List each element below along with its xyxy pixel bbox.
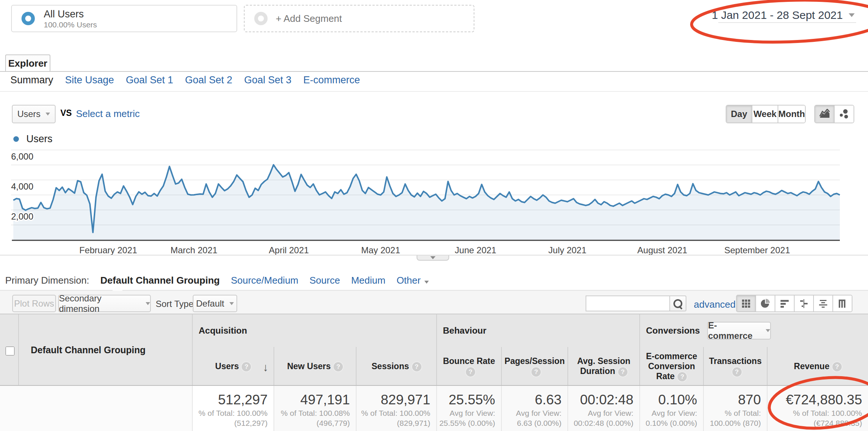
term-cloud-view-button[interactable] [814,295,833,311]
chevron-down-icon [424,281,429,284]
total-cell-e-commerce-conversion-rate: 0.10%Avg for View:0.10% (0.00%) [639,386,703,431]
total-subtext: 100.00% (870) [704,418,761,428]
performance-view-button[interactable] [775,295,795,311]
total-cell-sessions: 829,971% of Total: 100.00%(829,971) [356,386,436,431]
group-header-label: Conversions [646,325,700,336]
svg-text:2,000: 2,000 [11,211,33,221]
column-header-avg-session-duration[interactable]: Avg. Session Duration? [567,347,639,386]
help-icon[interactable]: ? [412,362,421,371]
total-value: 870 [704,392,761,408]
sort-type-dropdown[interactable]: Default [193,295,237,312]
column-header-label: Bounce Rate [443,356,495,366]
column-header-label: Sessions [372,361,409,371]
chevron-down-icon [430,256,435,259]
svg-text:February 2021: February 2021 [79,245,137,255]
svg-text:March 2021: March 2021 [170,245,218,255]
total-value: 6.63 [502,392,561,408]
search-button[interactable] [669,295,686,311]
sort-type-value: Default [196,298,224,309]
help-icon[interactable]: ? [618,367,627,377]
chevron-down-icon [766,329,770,332]
total-cell-users: 512,297% of Total: 100.00%(512,297) [192,386,274,431]
primary-dimension-option-source[interactable]: Source [309,275,340,286]
search-icon [673,299,682,308]
column-header-transactions[interactable]: Transactions? [703,347,767,386]
secondary-dimension-label: Secondary dimension [59,293,140,314]
secondary-dimension-dropdown[interactable]: Secondary dimension [58,295,151,312]
pie-chart-icon [760,298,771,309]
column-header-label: New Users [287,361,331,371]
total-subtext: % of Total: 100.00% [357,408,430,418]
help-icon[interactable]: ? [242,362,251,371]
svg-text:September 2021: September 2021 [724,245,790,255]
total-subtext: % of Total: 100.00% [193,408,268,418]
column-header-e-commerce-conversion-rate[interactable]: E-commerce Conversion Rate? [639,347,703,386]
pivot-icon [837,298,848,309]
help-icon[interactable]: ? [531,367,541,377]
total-subtext: (829,971) [357,418,430,428]
column-header-bounce-rate[interactable]: Bounce Rate? [436,347,501,386]
total-subtext: % of Total: [704,408,761,418]
total-subtext: Avg for View: [568,408,633,418]
total-subtext: (496,779) [274,418,350,428]
group-header-conversions: ConversionsE-commerce [639,314,868,347]
group-header-label: Acquisition [199,325,247,336]
percentage-view-button[interactable] [756,295,775,311]
primary-dimension-option-source-medium[interactable]: Source/Medium [231,275,298,286]
timeline-expand-tab[interactable] [417,255,449,261]
total-value: 497,191 [274,392,350,408]
group-header-label: Behaviour [443,325,486,336]
total-value: 25.55% [437,392,495,408]
select-all-checkbox[interactable] [6,347,14,355]
sort-descending-icon: ↓ [263,361,268,374]
group-header-acquisition: Acquisition [192,314,436,347]
toolbar-notch [112,285,123,291]
column-header-sessions[interactable]: Sessions? [356,347,436,386]
help-icon[interactable]: ? [732,367,742,377]
totals-row-dimension-cell [0,386,192,431]
data-table-view-button[interactable] [737,295,756,311]
total-cell-bounce-rate: 25.55%Avg for View:25.55% (0.00%) [436,386,501,431]
total-value: 0.10% [640,392,697,408]
primary-dimension-option-medium[interactable]: Medium [351,275,385,286]
column-header-revenue[interactable]: Revenue? [767,347,868,386]
primary-dimension-selected[interactable]: Default Channel Grouping [100,275,220,286]
column-header-users[interactable]: Users?↓ [192,347,274,386]
pivot-view-button[interactable] [833,295,852,311]
comparison-icon [799,298,809,309]
dimension-column-header[interactable]: Default Channel Grouping [18,314,192,386]
plot-rows-button[interactable]: Plot Rows [12,295,56,312]
total-subtext: 00:02:48 (0.00%) [568,418,633,428]
dimension-column-label: Default Channel Grouping [31,345,146,355]
conversions-type-dropdown[interactable]: E-commerce [707,322,771,340]
analytics-report-page: All Users 100.00% Users + Add Segment 1 … [0,0,868,431]
help-icon[interactable]: ? [334,362,343,371]
primary-dimension-option-other[interactable]: Other [397,275,429,286]
total-subtext: (€724,880.35) [768,418,862,428]
svg-text:April 2021: April 2021 [269,245,309,255]
comparison-view-button[interactable] [795,295,814,311]
total-subtext: (512,297) [193,418,268,428]
svg-text:July 2021: July 2021 [549,245,587,255]
total-subtext: Avg for View: [437,408,495,418]
table-view-toggle [736,295,852,312]
primary-dimension-row: Primary Dimension: Default Channel Group… [5,275,429,286]
help-icon[interactable]: ? [466,367,475,377]
bars-icon [779,298,790,309]
column-header-pages-session[interactable]: Pages/Session? [501,347,567,386]
total-cell-avg-session-duration: 00:02:48Avg for View:00:02:48 (0.00%) [567,386,639,431]
total-subtext: % of Total: 100.08% [274,408,350,418]
total-subtext: % of Total: 100.00% [768,408,862,418]
table-grid-icon [741,298,751,309]
table-select-all-cell [0,314,18,386]
column-header-label: Users [215,361,239,371]
advanced-search-link[interactable]: advanced [694,299,736,310]
help-icon[interactable]: ? [677,372,687,381]
total-value: 00:02:48 [568,392,633,408]
help-icon[interactable]: ? [832,362,842,371]
users-line-chart[interactable]: 2,0004,0006,000February 2021March 2021Ap… [0,0,868,263]
column-header-new-users[interactable]: New Users? [274,347,356,386]
table-search-input[interactable] [586,295,669,311]
table-toolbar: Plot Rows Secondary dimension Sort Type:… [0,290,868,314]
svg-text:August 2021: August 2021 [637,245,688,255]
